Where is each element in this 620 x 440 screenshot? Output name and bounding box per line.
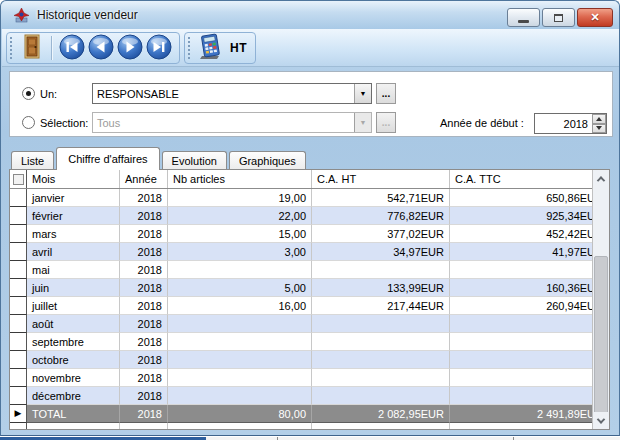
row-selector[interactable] — [10, 297, 27, 315]
cell-annee: 2018 — [120, 405, 168, 423]
table-header: Mois Année Nb articles C.A. HT C.A. TTC — [10, 170, 609, 189]
tab-graphiques[interactable]: Graphiques — [229, 151, 306, 169]
column-header-annee[interactable]: Année — [120, 170, 168, 188]
cell-annee: 2018 — [120, 387, 168, 405]
previous-record-button[interactable] — [87, 34, 114, 61]
cell-nb-articles — [168, 387, 312, 405]
minimize-icon — [518, 20, 529, 23]
column-header-ca-ht[interactable]: C.A. HT — [312, 170, 450, 188]
row-selector — [10, 423, 27, 430]
filter-panel: Un: RESPONSABLE ▼ ... Sélection: Tous ▼ … — [9, 71, 613, 137]
selection-combobox: Tous ▼ — [92, 112, 372, 133]
row-selector[interactable] — [10, 387, 27, 405]
close-icon: ✕ — [590, 12, 599, 23]
scroll-up-button[interactable] — [593, 170, 609, 187]
cell-ca-ht: 217,44EUR — [312, 297, 450, 315]
start-year-spinner[interactable]: 2018 — [534, 113, 607, 134]
radio-un-dot — [22, 87, 35, 100]
selection-browse-button: ... — [376, 112, 396, 133]
cell-annee: 2018 — [120, 189, 168, 207]
table-row[interactable]: octobre2018 — [10, 351, 609, 369]
cell-ca-ht: 34,97EUR — [312, 243, 450, 261]
table-row[interactable]: septembre2018 — [10, 333, 609, 351]
toolbar-group-navigation — [6, 32, 180, 64]
app-window: Historique vendeur ✕ — [0, 0, 620, 436]
tab-strip: ListeChiffre d'affairesEvolutionGraphiqu… — [11, 146, 308, 169]
table-row[interactable]: juillet201816,00217,44EUR260,94EUR — [10, 297, 609, 315]
cell-ca-ht: 542,71EUR — [312, 189, 450, 207]
select-all-cell[interactable] — [10, 170, 27, 188]
chevron-down-icon[interactable]: ▼ — [354, 84, 371, 103]
vertical-scrollbar[interactable] — [592, 170, 609, 429]
column-header-mois[interactable]: Mois — [27, 170, 120, 188]
row-selector[interactable] — [10, 351, 27, 369]
cell-annee: 2018 — [120, 351, 168, 369]
spinner-down-icon[interactable] — [592, 124, 606, 134]
current-record-cell: ▶ — [10, 405, 27, 423]
start-year-value: 2018 — [535, 114, 592, 133]
radio-selection[interactable]: Sélection: — [22, 116, 88, 129]
column-header-nb-articles[interactable]: Nb articles — [168, 170, 312, 188]
toolbar-grip-icon[interactable] — [10, 37, 13, 59]
cell-nb-articles: 16,00 — [168, 297, 312, 315]
table-row[interactable]: mai2018 — [10, 261, 609, 279]
select-all-checkbox[interactable] — [13, 174, 24, 185]
cell-mois: juillet — [27, 297, 120, 315]
table-row[interactable]: novembre2018 — [10, 369, 609, 387]
tab-chiffre-d-affaires[interactable]: Chiffre d'affaires — [56, 147, 159, 170]
close-button[interactable]: ✕ — [577, 8, 613, 27]
maximize-button[interactable] — [542, 8, 575, 27]
tab-liste[interactable]: Liste — [11, 151, 54, 169]
row-selector[interactable] — [10, 315, 27, 333]
row-selector[interactable] — [10, 333, 27, 351]
cell-mois: janvier — [27, 189, 120, 207]
table-row[interactable]: mars201815,00377,02EUR452,42EUR — [10, 225, 609, 243]
table-row[interactable]: avril20183,0034,97EUR41,97EUR — [10, 243, 609, 261]
screen: Historique vendeur ✕ — [0, 0, 620, 440]
table-row[interactable]: février201822,00776,82EUR925,34EUR — [10, 207, 609, 225]
cell-ca-ht: 133,99EUR — [312, 279, 450, 297]
cell-nb-articles — [168, 315, 312, 333]
chevron-up-icon — [597, 176, 605, 184]
row-selector[interactable] — [10, 225, 27, 243]
cell-ca-ht — [312, 261, 450, 279]
table-row[interactable]: juin20185,00133,99EUR160,36EUR — [10, 279, 609, 297]
next-record-button[interactable] — [116, 34, 143, 61]
column-header-ca-ttc[interactable]: C.A. TTC — [450, 170, 609, 188]
row-selector[interactable] — [10, 279, 27, 297]
row-selector[interactable] — [10, 243, 27, 261]
window-title: Historique vendeur — [37, 8, 138, 22]
calculator-ht-button[interactable]: HT — [196, 33, 249, 63]
row-selector[interactable] — [10, 189, 27, 207]
table-row[interactable]: janvier201819,00542,71EUR650,86EUR — [10, 189, 609, 207]
scrollbar-thumb[interactable] — [594, 256, 608, 414]
cell-mois: mars — [27, 225, 120, 243]
last-record-button[interactable] — [145, 34, 172, 61]
row-selector[interactable] — [10, 261, 27, 279]
table-row-total[interactable]: ▶TOTAL201880,002 082,95EUR2 491,89EUR — [10, 405, 609, 423]
cell-annee: 2018 — [120, 369, 168, 387]
toolbar-group-calc: HT — [184, 32, 256, 64]
exit-button[interactable] — [18, 33, 46, 63]
minimize-button[interactable] — [507, 8, 540, 27]
toolbar-grip-icon[interactable] — [188, 37, 191, 59]
cell-ca-ttc — [450, 369, 609, 387]
cell-ca-ttc: 160,36EUR — [450, 279, 609, 297]
cell-mois: avril — [27, 243, 120, 261]
scroll-down-button[interactable] — [593, 412, 609, 429]
table-row[interactable]: août2018 — [10, 315, 609, 333]
tab-evolution[interactable]: Evolution — [162, 151, 227, 169]
cell-mois: TOTAL — [27, 405, 120, 423]
vendor-combobox[interactable]: RESPONSABLE ▼ — [92, 83, 372, 104]
cell-nb-articles: 80,00 — [168, 405, 312, 423]
row-selector[interactable] — [10, 369, 27, 387]
cell-ca-ht — [312, 351, 450, 369]
radio-un[interactable]: Un: — [22, 87, 57, 100]
spinner-up-icon[interactable] — [592, 114, 606, 124]
cell-mois: mai — [27, 261, 120, 279]
window-controls: ✕ — [507, 8, 613, 27]
vendor-browse-button[interactable]: ... — [376, 83, 396, 104]
row-selector[interactable] — [10, 207, 27, 225]
table-row[interactable]: décembre2018 — [10, 387, 609, 405]
first-record-button[interactable] — [58, 34, 85, 61]
